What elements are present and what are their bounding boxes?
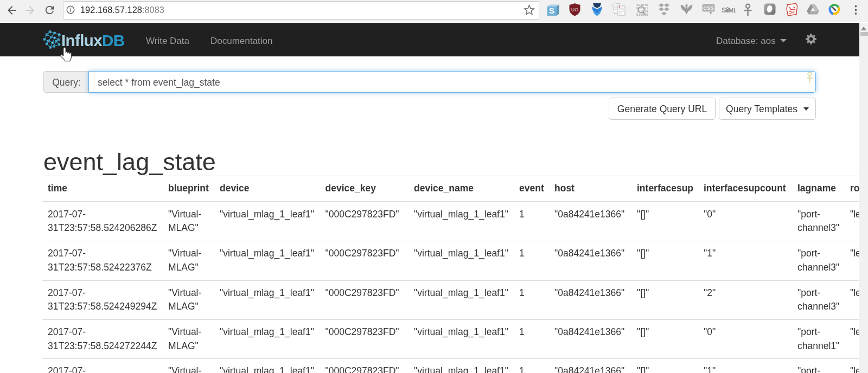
svg-text:S: S	[722, 6, 726, 14]
svg-text:S: S	[549, 6, 554, 15]
svg-text:010010: 010010	[636, 13, 648, 17]
svg-text:ML: ML	[729, 7, 736, 14]
svg-text:UO: UO	[571, 7, 579, 12]
svg-text:CSS: CSS	[703, 5, 714, 11]
